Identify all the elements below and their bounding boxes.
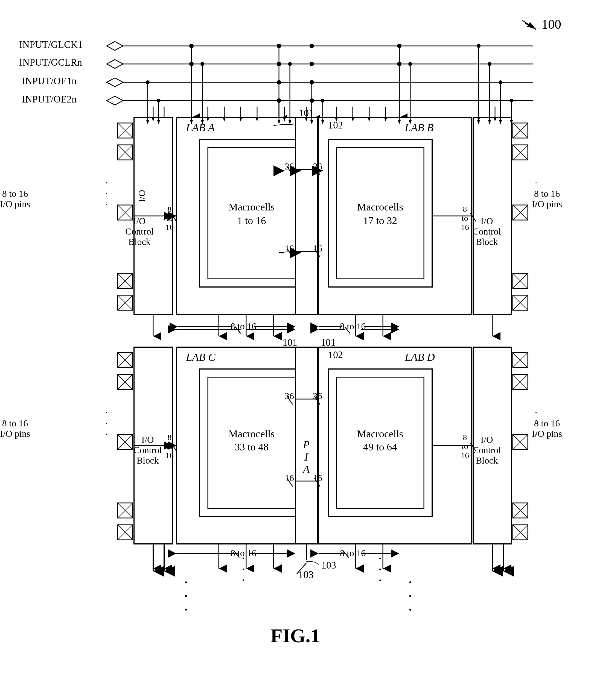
bus-8to16-la-left: 8 [168, 205, 172, 214]
macrocells-d-range: 49 to 64 [363, 441, 397, 453]
input-oe1n-label: INPUT/OE1n [22, 75, 77, 86]
lab-b-macrocell-box [336, 148, 424, 279]
ref-103: 103 [321, 560, 336, 571]
io-pins-label-lb: 8 to 16 [2, 418, 28, 428]
bus-8to16-rb-right: 8 [463, 205, 467, 214]
svg-text:Control: Control [473, 226, 501, 236]
lab-d-ref102: 102 [328, 349, 343, 360]
lab-a-label: LAB A [186, 122, 215, 134]
svg-text:I/O: I/O [141, 435, 154, 445]
macrocells-a-label: Macrocells [228, 201, 275, 213]
svg-text:A: A [302, 463, 310, 475]
svg-text:·: · [535, 418, 537, 428]
pia-label: P [303, 439, 310, 451]
bus-8to16-rd-right: 8 [463, 433, 467, 442]
svg-text:·: · [535, 178, 537, 188]
svg-point-283 [487, 62, 491, 66]
io-pins-label-rt: 8 to 16 [534, 188, 560, 199]
io-pins-label-lt: 8 to 16 [2, 188, 28, 199]
svg-text:I/O: I/O [133, 216, 145, 226]
macrocells-c-range: 33 to 48 [235, 441, 269, 453]
svg-text:I/O pins: I/O pins [0, 199, 30, 209]
lab-b-ref102: 102 [328, 120, 343, 131]
svg-text:16: 16 [461, 223, 469, 232]
svg-point-274 [146, 80, 150, 84]
svg-text:I/O: I/O [137, 190, 147, 202]
svg-text:·: · [379, 573, 382, 588]
figure-caption: FIG.1 [270, 625, 320, 647]
input-glck1-label: INPUT/GLCK1 [19, 39, 83, 50]
svg-point-280 [499, 80, 503, 84]
svg-text:Control: Control [473, 445, 501, 455]
input-gclrn-label: INPUT/GCLRn [19, 57, 82, 68]
svg-text:I/O pins: I/O pins [0, 429, 30, 439]
svg-text:Block: Block [136, 455, 158, 465]
svg-point-279 [408, 62, 412, 66]
svg-point-32 [310, 62, 314, 66]
svg-point-282 [477, 44, 480, 48]
diagram-container: 100 I [0, 0, 591, 700]
macrocells-c-label: Macrocells [228, 428, 275, 440]
lab-a-macrocell-box [208, 148, 296, 279]
svg-text:Control: Control [125, 226, 154, 236]
svg-text:16: 16 [461, 451, 469, 460]
svg-text:Block: Block [476, 237, 498, 247]
svg-text:I/O: I/O [480, 216, 493, 226]
svg-point-277 [288, 62, 292, 66]
pia-top [296, 118, 317, 314]
svg-text:to: to [166, 442, 173, 451]
svg-text:I/O: I/O [480, 435, 493, 445]
input-oe2n-label: INPUT/OE2n [22, 94, 77, 105]
svg-text:·: · [106, 200, 108, 210]
svg-text:·: · [535, 200, 537, 210]
svg-point-281 [510, 99, 513, 102]
svg-text:Control: Control [133, 445, 162, 455]
lab-c-label: LAB C [186, 351, 216, 363]
io-pins-label-rb: 8 to 16 [534, 418, 560, 428]
svg-text:·: · [535, 429, 537, 439]
svg-text:Block: Block [128, 237, 150, 247]
svg-text:I: I [304, 451, 309, 463]
svg-text:·: · [184, 601, 188, 619]
svg-point-275 [157, 99, 160, 102]
macrocells-d-label: Macrocells [357, 428, 403, 440]
svg-text:to: to [462, 214, 468, 223]
macrocells-b-range: 17 to 32 [363, 215, 397, 226]
svg-text:·: · [106, 429, 108, 439]
ref-number: 100 [541, 17, 561, 31]
svg-text:16: 16 [166, 451, 174, 460]
lab-b-label: LAB B [404, 122, 434, 134]
label-103: 103 [298, 569, 314, 580]
svg-text:to: to [462, 442, 468, 451]
pia-ref101-bottom-left: 101 [282, 337, 297, 348]
svg-text:·: · [106, 188, 108, 199]
svg-text:·: · [535, 188, 537, 199]
svg-point-31 [310, 44, 314, 48]
svg-text:·: · [106, 418, 108, 428]
svg-text:·: · [106, 178, 108, 188]
svg-text:Block: Block [476, 455, 498, 465]
macrocells-b-label: Macrocells [357, 201, 403, 213]
svg-text:·: · [535, 407, 537, 417]
svg-point-278 [321, 99, 325, 102]
svg-text:·: · [242, 573, 245, 588]
pia-ref101-bottom-right: 101 [321, 337, 336, 348]
svg-text:·: · [408, 601, 412, 619]
svg-text:16: 16 [166, 223, 174, 232]
lab-d-label: LAB D [404, 351, 435, 363]
macrocells-a-range: 1 to 16 [237, 215, 266, 226]
bus-8to16-lc-left: 8 [168, 433, 172, 442]
svg-text:·: · [106, 407, 108, 417]
svg-point-276 [200, 62, 204, 66]
